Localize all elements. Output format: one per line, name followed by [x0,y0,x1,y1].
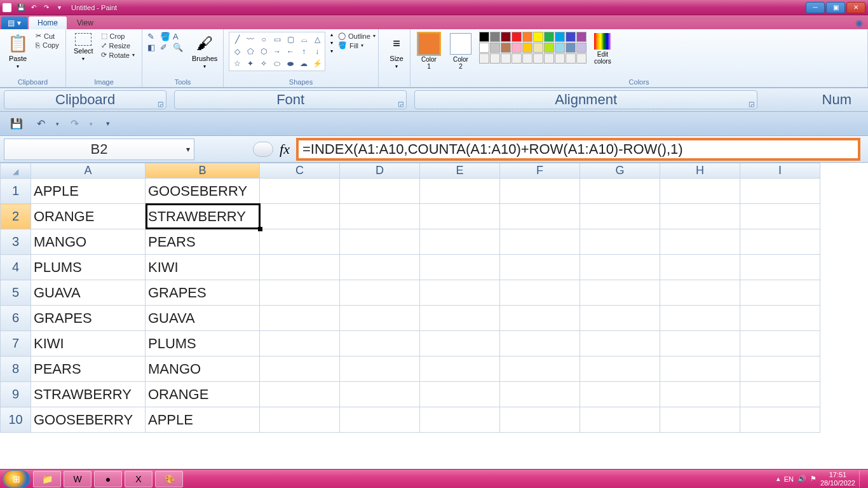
cell[interactable] [580,229,660,255]
fill-button[interactable]: 🪣Fill▾ [338,41,376,50]
cell[interactable] [260,331,340,356]
color-swatch[interactable] [576,43,587,53]
color-swatch[interactable] [490,32,500,42]
row-header[interactable]: 2 [1,204,31,229]
cell[interactable]: GRAPES [146,280,260,306]
color-swatch[interactable] [479,53,489,64]
row-header[interactable]: 5 [1,280,31,306]
cell[interactable] [260,204,340,229]
color-swatch[interactable] [533,32,543,42]
name-box[interactable]: B2 ▾ [4,139,194,160]
cell[interactable] [740,255,820,280]
color-palette[interactable] [479,32,587,64]
tray-flag-icon[interactable]: ⚑ [810,475,817,483]
pencil-icon[interactable]: ✎ [147,32,159,41]
col-header-H[interactable]: H [660,163,740,179]
cell[interactable] [500,179,580,204]
cell[interactable] [500,407,580,433]
col-header-F[interactable]: F [500,163,580,179]
row-header[interactable]: 1 [1,179,31,204]
cell[interactable] [260,356,340,382]
task-word[interactable]: W [64,471,92,487]
cell[interactable] [340,306,420,331]
color-swatch[interactable] [512,53,522,64]
cell[interactable] [580,306,660,331]
cell[interactable]: PEARS [146,229,260,255]
cell[interactable] [660,179,740,204]
cell[interactable]: PLUMS [146,331,260,356]
cell[interactable] [740,356,820,382]
col-header-G[interactable]: G [580,163,660,179]
color-swatch[interactable] [501,43,511,53]
cell[interactable] [740,204,820,229]
close-button[interactable]: ✕ [846,2,865,13]
cell[interactable]: KIWI [146,255,260,280]
cell[interactable] [740,306,820,331]
dialog-launcher-icon[interactable]: ◲ [749,100,754,107]
cell[interactable] [500,306,580,331]
shapes-gallery[interactable]: ╱〰○▭▢⌓△ ◇⬠⬡→←↑↓ ☆✦✧⬭⬬☁⚡ [229,32,325,71]
color-swatch[interactable] [555,32,565,42]
task-explorer[interactable]: 📁 [33,471,61,487]
cell[interactable]: APPLE [146,407,260,433]
file-tab[interactable]: ▤▾ [1,17,27,29]
color-swatch[interactable] [544,43,554,53]
select-button[interactable]: Select▾ [71,32,96,63]
row-header[interactable]: 6 [1,306,31,331]
excel-group-alignment[interactable]: Alignment◲ [414,90,757,109]
cell[interactable]: GOOSEBERRY [31,407,146,433]
redo-icon[interactable]: ↷ [65,115,83,133]
cell[interactable] [420,382,500,407]
cell[interactable] [580,204,660,229]
cell[interactable] [580,280,660,306]
cell[interactable] [740,179,820,204]
color-swatch[interactable] [566,43,576,53]
cell[interactable] [660,356,740,382]
cell[interactable]: MANGO [31,229,146,255]
tab-view[interactable]: View [68,17,102,29]
cell[interactable] [340,382,420,407]
cell[interactable] [660,204,740,229]
cell[interactable] [260,229,340,255]
color-swatch[interactable] [512,43,522,53]
maximize-button[interactable]: ▣ [826,2,845,13]
cell[interactable] [660,280,740,306]
cell[interactable] [420,204,500,229]
cell[interactable] [580,179,660,204]
color-swatch[interactable] [501,53,511,64]
language-indicator[interactable]: EN [784,475,794,483]
dialog-launcher-icon[interactable]: ◲ [398,100,403,107]
start-button[interactable]: ⊞ [3,470,31,488]
zoom-icon[interactable]: 🔍 [173,43,184,52]
cell[interactable] [420,255,500,280]
row-header[interactable]: 7 [1,331,31,356]
cell[interactable] [660,306,740,331]
cell[interactable] [340,229,420,255]
cell[interactable] [260,407,340,433]
cell[interactable] [500,255,580,280]
cell[interactable] [580,407,660,433]
color-swatch[interactable] [566,32,576,42]
cell[interactable] [660,407,740,433]
cell[interactable] [420,356,500,382]
tab-home[interactable]: Home [29,17,67,29]
task-browser[interactable]: ● [94,471,122,487]
cell[interactable]: STRAWBERRY [31,382,146,407]
cell[interactable] [660,331,740,356]
cell[interactable]: GUAVA [31,280,146,306]
cell[interactable]: GUAVA [146,306,260,331]
excel-group-font[interactable]: Font◲ [174,90,407,109]
cell[interactable] [260,382,340,407]
qat-customize-icon[interactable]: ▾ [99,115,117,133]
cell[interactable] [260,306,340,331]
resize-button[interactable]: ⤢Resize [101,41,135,50]
cell[interactable] [580,331,660,356]
cell[interactable] [500,280,580,306]
cell[interactable] [340,255,420,280]
color-swatch[interactable] [566,53,576,64]
fx-label[interactable]: fx [280,141,290,158]
cell[interactable] [660,255,740,280]
bucket-icon[interactable]: 🪣 [160,32,172,41]
tray-chevron-icon[interactable]: ▴ [776,475,780,483]
cell[interactable] [740,280,820,306]
